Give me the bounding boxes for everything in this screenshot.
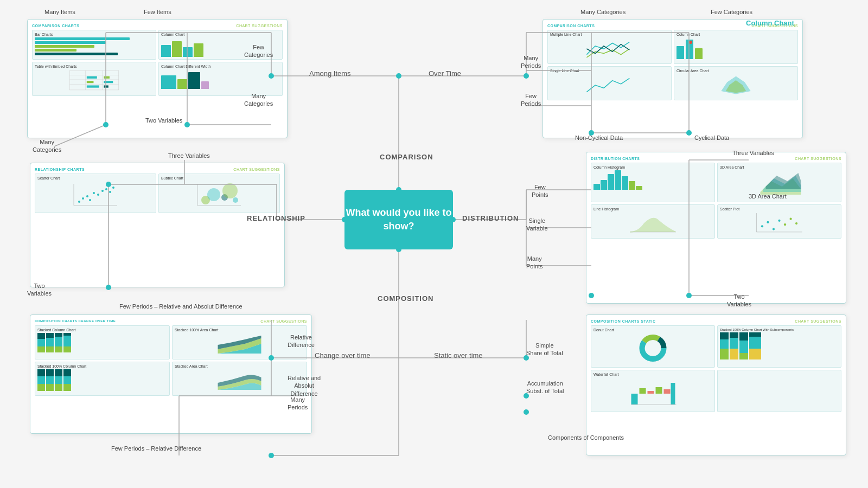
- col-histogram-thumb: Column Histogram: [591, 163, 715, 202]
- center-question-box: What would you like to show?: [344, 190, 453, 249]
- svg-point-74: [222, 183, 238, 198]
- three-vars-rel-label: Three Variables: [168, 152, 210, 159]
- relative-diff-label: RelativeDifference: [288, 333, 315, 349]
- dot-many-items: [103, 122, 108, 127]
- scatter-chart-thumb: Scatter Chart: [35, 174, 156, 213]
- dot-cyclical: [686, 130, 692, 136]
- scatter-chart-label: Scatter Chart: [37, 176, 154, 180]
- scatter-plot-label: Scatter Plot: [720, 207, 839, 211]
- svg-point-83: [767, 221, 769, 223]
- svg-rect-50: [87, 81, 94, 83]
- svg-rect-51: [87, 85, 99, 87]
- stacked-area-100-label: Stacked 100% Area Chart: [175, 328, 304, 332]
- comp-right-header: COMPARISON CHARTS: [547, 24, 595, 28]
- svg-point-61: [86, 195, 88, 197]
- column-chant-label: Column Chant: [746, 19, 794, 28]
- svg-point-60: [82, 197, 84, 200]
- bar-charts-label: Bar Charts: [35, 33, 154, 36]
- single-var-label: SingleVariable: [526, 217, 548, 233]
- relative-abs-label: Relative andAbsolutDifference: [288, 374, 321, 397]
- svg-point-86: [784, 223, 786, 226]
- dot-change-time: [269, 355, 274, 361]
- stacked-100-col-thumb: Stacked 100% Column Chart: [35, 362, 170, 396]
- bubble-chart-label: Bubble Chart: [161, 176, 277, 180]
- svg-point-66: [105, 188, 107, 190]
- svg-rect-52: [104, 76, 110, 79]
- dot-over-time: [524, 73, 529, 79]
- col-chart-right-label: Column Chart: [676, 33, 795, 36]
- dot-few-periods-bottom: [269, 453, 274, 458]
- circular-area-label: Circular Area Chart: [676, 69, 795, 73]
- center-text: What would you like to show?: [344, 206, 453, 233]
- dot-accumulation: [524, 409, 529, 415]
- relationship-label: RELATIONSHIP: [247, 214, 305, 222]
- 30-area-chart-label: 3D Area Chart: [749, 192, 787, 200]
- empty-thumb: [717, 370, 841, 412]
- over-time-label: Over Time: [429, 69, 461, 78]
- scatter-plot-thumb: Scatter Plot: [717, 204, 841, 239]
- dot-among-items: [269, 73, 274, 79]
- two-vars-dist-label: TwoVariables: [727, 293, 751, 309]
- cyclical-label: Cyclical Data: [694, 134, 729, 142]
- few-cat-top-label: FewCategories: [244, 43, 273, 59]
- svg-point-82: [761, 225, 763, 227]
- col-diff-width-thumb: Column Chart Different Width: [158, 62, 283, 96]
- composition-static-panel: COMPOSITION CHARTS STATIC CHART SUGGESTI…: [586, 314, 846, 455]
- dot-non-cyclical: [589, 130, 594, 136]
- waterfall-label: Waterfall Chart: [593, 373, 712, 376]
- simple-share-label: SimpleShare of Total: [526, 342, 563, 357]
- change-over-time-label: Change over time: [315, 351, 371, 359]
- stacked-col-label: Stacked Column Chart: [37, 328, 167, 332]
- donut-chart-thumb: Donut Chart: [591, 325, 715, 368]
- col-chart-right-thumb: Column Chart: [674, 30, 798, 64]
- stacked-sub-thumb: Stacked 100% Column Chart With Subcompon…: [717, 325, 841, 368]
- many-items-label: Many Items: [44, 8, 75, 16]
- dot-two-vars-left: [106, 182, 111, 187]
- waterfall-thumb: Waterfall Chart: [591, 370, 715, 412]
- multi-line-thumb: Multiple Line Chart: [547, 30, 672, 64]
- svg-rect-54: [104, 85, 108, 87]
- svg-point-85: [778, 220, 780, 222]
- dist-sugg: CHART SUGGESTIONS: [795, 157, 841, 160]
- col-histogram-label: Column Histogram: [593, 165, 712, 169]
- stacked-area-100-thumb: Stacked 100% Area Chart: [172, 325, 307, 359]
- svg-point-88: [795, 222, 797, 224]
- composition-label: COMPOSITION: [378, 294, 433, 303]
- comp-static-header: COMPOSITION CHARTS STATIC: [591, 319, 656, 323]
- non-cyclical-label: Non-Cyclical Data: [575, 134, 623, 142]
- donut-chart-label: Donut Chart: [593, 328, 712, 332]
- distribution-label: DISTRIBUTION: [462, 214, 519, 222]
- stacked-100-col-label: Stacked 100% Column Chart: [37, 364, 167, 368]
- bar-charts-thumb: Bar Charts: [32, 30, 156, 60]
- svg-point-87: [789, 218, 792, 220]
- svg-point-64: [97, 194, 99, 196]
- svg-point-62: [89, 199, 91, 201]
- few-cat-right-label: Few Categories: [711, 8, 752, 16]
- svg-point-67: [109, 191, 111, 193]
- dot-two-vars-bottom: [106, 285, 111, 290]
- stacked-area-thumb: Stacked Area Chart: [172, 362, 307, 396]
- among-items-label: Among Items: [309, 69, 351, 78]
- single-line-label: Single Line Chart: [550, 69, 669, 73]
- rel-sugg: CHART SUGGESTIONS: [233, 168, 280, 171]
- many-cat-top-label: ManyCategories: [244, 92, 273, 108]
- many-cat-right-label: Many Categories: [580, 8, 626, 16]
- many-points-label: ManyPoints: [526, 255, 543, 271]
- svg-rect-49: [87, 76, 97, 79]
- few-items-label: Few Items: [144, 8, 171, 16]
- bubble-chart-thumb: Bubble Chart: [158, 174, 280, 213]
- svg-rect-93: [631, 394, 638, 404]
- rel-header: RELATIONSHIP CHARTS: [35, 168, 85, 171]
- accumulation-label: AccumulationSubst. of Total: [526, 380, 564, 395]
- comparison-right-panel: COMPARISON CHARTS CHART SUGGESTIONS Mult…: [542, 19, 803, 138]
- dot-simple-share: [524, 393, 529, 399]
- three-vars-dist-label: Three Variables: [732, 149, 774, 157]
- svg-rect-98: [671, 383, 675, 404]
- line-histogram-thumb: Line Histogram: [591, 204, 715, 239]
- svg-point-65: [101, 190, 104, 192]
- svg-point-59: [78, 201, 80, 203]
- dot-few-items: [184, 122, 190, 127]
- few-periods-abs-label: Few Periods – Relative and Absolut Diffe…: [119, 303, 242, 310]
- comparison-label: COMPARISON: [380, 153, 433, 161]
- static-over-time-label: Static over time: [434, 351, 483, 359]
